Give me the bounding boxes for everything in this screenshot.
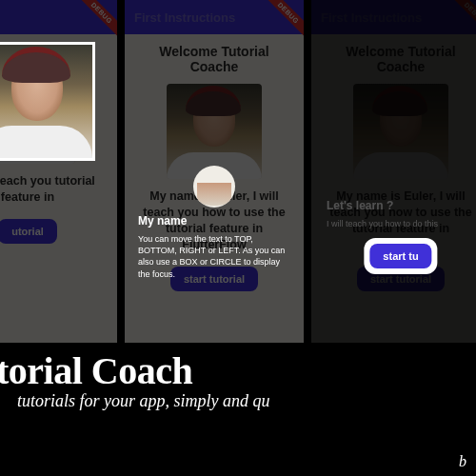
- product-subtitle: tutorials for your app, simply and qu: [17, 391, 466, 411]
- app-topbar: First Instructions DEBUG: [0, 0, 117, 34]
- debug-ribbon: DEBUG: [262, 0, 304, 39]
- coachmark-circle-highlight: [193, 166, 235, 208]
- start-tutorial-button[interactable]: utorial: [0, 219, 57, 244]
- coachmark-title: My name: [138, 213, 290, 228]
- coachmark-button-highlight: start tu: [364, 238, 437, 274]
- coachmark-body: I will teach you how to do this: [327, 218, 471, 229]
- topbar-title: First Instructions: [321, 10, 422, 25]
- debug-ribbon: DEBUG: [448, 0, 476, 39]
- coachmark-text: Let's learn ? I will teach you how to do…: [319, 198, 476, 229]
- coach-avatar: [167, 84, 262, 179]
- product-title: torial Coach: [0, 348, 466, 393]
- coachmark-title: Let's learn ?: [327, 198, 471, 213]
- welcome-heading: Welcome Tutorial Coache: [134, 44, 294, 74]
- screen-box-highlight: First Instructions DEBUG torial Coache ,…: [0, 0, 117, 343]
- app-topbar: First Instructions DEBUG: [311, 0, 476, 34]
- app-topbar: First Instructions DEBUG: [125, 0, 304, 34]
- coachmark-text: My name You can move the text to TOP, BO…: [125, 213, 304, 280]
- topbar-title: First Instructions: [134, 10, 235, 25]
- screen-circle-highlight: First Instructions DEBUG Welcome Tutoria…: [125, 0, 304, 343]
- start-tutorial-button-highlighted[interactable]: start tu: [369, 244, 431, 268]
- coach-avatar: [353, 84, 448, 179]
- byline: b: [459, 453, 466, 470]
- screens-row: First Instructions DEBUG torial Coache ,…: [0, 0, 476, 343]
- coach-avatar-highlighted: [0, 45, 92, 158]
- marketing-footer: torial Coach tutorials for your app, sim…: [0, 343, 476, 411]
- coachmark-body: You can move the text to TOP, BOTTOM, RI…: [138, 233, 290, 280]
- coachmark-box-highlight: [0, 42, 95, 161]
- screen-button-highlight: First Instructions DEBUG Welcome Tutoria…: [311, 0, 476, 343]
- debug-ribbon: DEBUG: [75, 0, 117, 39]
- intro-text: , I will teach you tutorial feature in: [0, 173, 108, 206]
- welcome-heading: Welcome Tutorial Coache: [321, 44, 476, 74]
